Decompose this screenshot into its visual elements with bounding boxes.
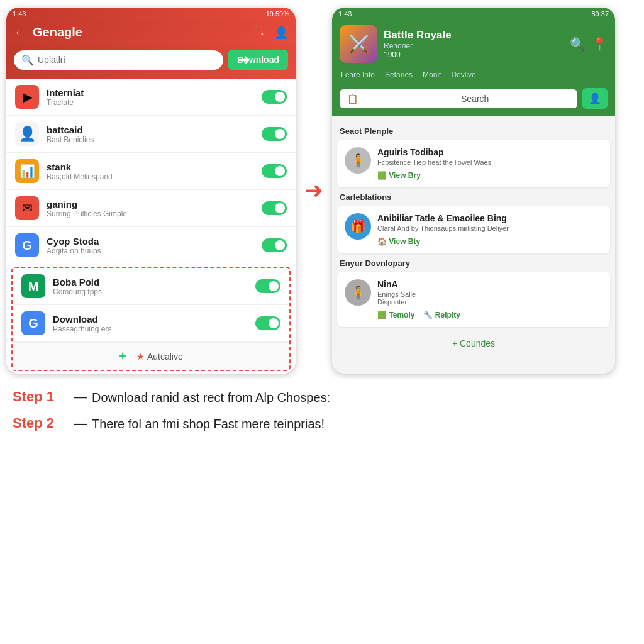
search-icon-right[interactable]: 🔍	[570, 36, 586, 52]
toggle-battcaid[interactable]	[262, 127, 287, 141]
bookmark-icon[interactable]: 🔖	[254, 26, 268, 40]
right-content: Seaot Plenple 🧍 Aguiris Todibap Fcpsiten…	[332, 116, 615, 360]
section-label-seaot: Seaot Plenple	[340, 126, 608, 136]
app-info-cyop: Cyop Stoda Adgita on huups	[47, 236, 254, 255]
app-desc-boba: Comdung tpps	[53, 287, 248, 296]
toggle-stank[interactable]	[262, 164, 287, 178]
app-info-interniat: Interniat Traciate	[47, 87, 254, 107]
app-name-battcaid: battcaid	[47, 125, 254, 135]
add-button[interactable]: +	[119, 349, 126, 364]
right-search-text: Search	[461, 94, 570, 104]
step-1-row: Step 1 — Download ranid ast rect from Al…	[13, 389, 631, 406]
toggle-boba[interactable]	[255, 279, 280, 293]
app-desc-cyop: Adgita on huups	[47, 247, 254, 255]
app-desc-stank: Bas,old Melinspand	[47, 172, 254, 181]
card-actions-nina: 🟩 Temoly 🔧 Reipity	[377, 311, 602, 319]
card-anibiliar: 🎁 Anibiliar Tatle & Emaoilee Bing Claral…	[337, 206, 610, 253]
card-nina: 🧍 NinA Enings SalleDisponter 🟩 Temoly 🔧 …	[337, 272, 610, 327]
left-search-area: 🔍 Download ➜	[6, 45, 296, 79]
app-info-ganing: ganing Surring Pulticles Gimple	[47, 199, 254, 218]
app-list: ▶ Interniat Traciate 👤 battcaid Bast Ben…	[6, 79, 296, 371]
right-tabs-row: Leare Info Setaries Monit Devlive	[332, 68, 615, 84]
location-icon[interactable]: 📍	[592, 36, 608, 52]
app-item-download: G Download Passagrhuing ers	[13, 305, 289, 342]
app-desc-battcaid: Bast Beniclies	[47, 135, 254, 144]
tab-leave-info[interactable]: Leare Info	[341, 70, 375, 79]
right-app-price: 1900	[384, 50, 564, 59]
right-app-subtitle: Rehorier	[384, 42, 564, 50]
app-item-battcaid: 👤 battcaid Bast Beniclies	[6, 116, 296, 153]
app-icon-download: G	[21, 311, 45, 335]
app-icon-stank: 📊	[15, 159, 39, 183]
app-icon-interniat: ▶	[15, 85, 39, 109]
right-app-title: Battle Royale	[384, 29, 564, 42]
toggle-ganing[interactable]	[262, 201, 287, 215]
right-search-box: 📋 Search	[340, 89, 577, 108]
bottom-bar: + ★ Autcalive	[13, 342, 289, 370]
right-time: 1:43	[338, 10, 352, 18]
card-desc-anibiliar: Claral And by Thionsaups mirlisting Deli…	[377, 225, 602, 232]
temoly-button[interactable]: 🟩 Temoly	[377, 311, 414, 319]
left-status-bar: 1:43 19:59%	[6, 8, 296, 20]
clipboard-icon: 📋	[347, 94, 456, 104]
right-search-button[interactable]: 👤	[582, 88, 608, 109]
card-desc-nina: Enings SalleDisponter	[377, 291, 602, 306]
card-body-aguiris: Aguiris Todibap Fcpsitence Tiep heat the…	[377, 147, 602, 180]
right-phone: 1:43 89:37 ⚔️ Battle Royale Rehorier 190…	[332, 8, 615, 374]
coundes-button[interactable]: + Coundes	[337, 332, 610, 355]
tab-monit[interactable]: Monit	[423, 70, 441, 79]
card-body-anibiliar: Anibiliar Tatle & Emaoilee Bing Claral A…	[377, 213, 602, 246]
phones-section: 1:43 19:59% ← Genagle 🔖 👤 🔍 Download ➜ ▶…	[0, 0, 644, 379]
app-name-stank: stank	[47, 162, 254, 172]
section-label-carle: Carleblations	[340, 192, 608, 202]
reipity-button[interactable]: 🔧 Reipity	[423, 311, 460, 319]
avatar-anibiliar: 🎁	[345, 213, 371, 240]
card-row-anibiliar: 🎁 Anibiliar Tatle & Emaoilee Bing Claral…	[345, 213, 602, 246]
step-2-row: Step 2 — There fol an fmi shop Fast mere…	[13, 415, 631, 433]
tab-devlive[interactable]: Devlive	[451, 70, 475, 79]
app-info-stank: stank Bas,old Melinspand	[47, 162, 254, 181]
left-app-title: Genagle	[33, 25, 248, 40]
step-2-label: Step 2	[13, 415, 69, 431]
left-download-button[interactable]: Download	[228, 50, 288, 70]
left-search-input[interactable]	[38, 55, 216, 65]
card-row-nina: 🧍 NinA Enings SalleDisponter 🟩 Temoly 🔧 …	[345, 279, 602, 319]
toggle-interniat[interactable]	[262, 90, 287, 104]
app-name-cyop: Cyop Stoda	[47, 236, 254, 247]
card-actions-aguiris: 🟩 View Bry	[377, 171, 602, 180]
step-2-dash: —	[74, 415, 87, 431]
right-status-bar: 1:43 89:37	[332, 8, 615, 20]
app-icon-battcaid: 👤	[15, 122, 39, 146]
toggle-download[interactable]	[255, 316, 280, 330]
arrow-between-phones: ➜	[302, 177, 326, 204]
app-name-ganing: ganing	[47, 199, 254, 209]
card-title-nina: NinA	[377, 279, 602, 289]
app-info-battcaid: battcaid Bast Beniclies	[47, 125, 254, 144]
game-icon: ⚔️	[340, 25, 377, 63]
app-icon-ganing: ✉	[15, 196, 39, 220]
user-icon[interactable]: 👤	[274, 26, 288, 40]
app-item-cyop: G Cyop Stoda Adgita on huups	[6, 227, 296, 264]
app-name-boba: Boba Pold	[53, 277, 248, 287]
avatar-aguiris: 🧍	[345, 147, 371, 174]
avatar-nina: 🧍	[345, 279, 371, 306]
app-desc-ganing: Surring Pulticles Gimple	[47, 209, 254, 218]
card-aguiris: 🧍 Aguiris Todibap Fcpsitence Tiep heat t…	[337, 140, 610, 187]
card-title-aguiris: Aguiris Todibap	[377, 147, 602, 157]
tab-setaries[interactable]: Setaries	[385, 70, 413, 79]
star-icon: ★	[136, 352, 145, 362]
step-1-text: Download ranid ast rect from Alp Chospes…	[92, 389, 330, 406]
auto-text: Autcalive	[147, 352, 183, 362]
search-icon: 🔍	[21, 54, 34, 66]
view-bry-button[interactable]: 🟩 View Bry	[377, 171, 421, 180]
card-body-nina: NinA Enings SalleDisponter 🟩 Temoly 🔧 Re…	[377, 279, 602, 319]
step-1-label: Step 1	[13, 389, 69, 405]
app-name-interniat: Interniat	[47, 87, 254, 98]
back-icon[interactable]: ←	[14, 25, 26, 40]
app-info-boba: Boba Pold Comdung tpps	[53, 277, 248, 296]
right-battery: 89:37	[591, 10, 609, 18]
toggle-cyop[interactable]	[262, 238, 287, 252]
view-bty-button[interactable]: 🏠 View Bty	[377, 237, 420, 246]
app-item-ganing: ✉ ganing Surring Pulticles Gimple	[6, 190, 296, 227]
right-search-area: 📋 Search 👤	[332, 84, 615, 116]
